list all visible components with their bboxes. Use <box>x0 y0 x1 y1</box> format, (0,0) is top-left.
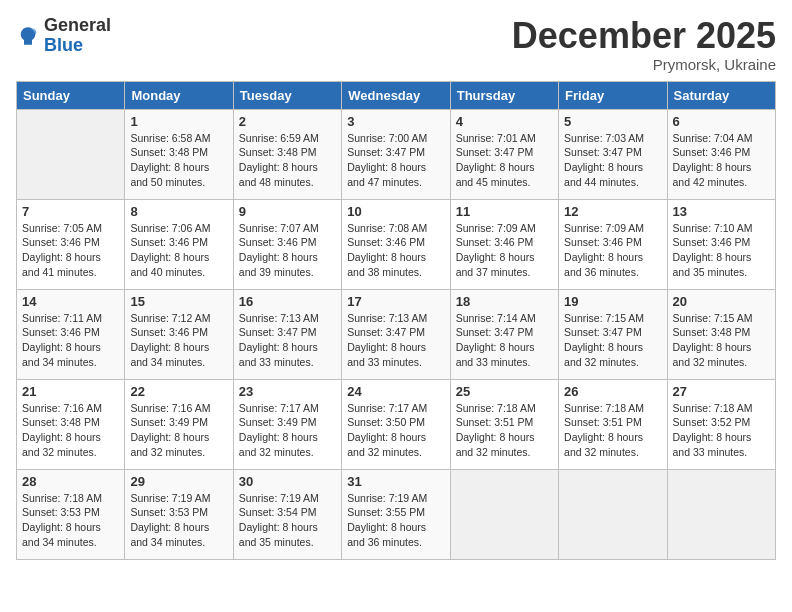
calendar-cell: 9Sunrise: 7:07 AM Sunset: 3:46 PM Daylig… <box>233 199 341 289</box>
day-number: 7 <box>22 204 119 219</box>
day-info: Sunrise: 7:01 AM Sunset: 3:47 PM Dayligh… <box>456 131 553 190</box>
calendar-cell: 16Sunrise: 7:13 AM Sunset: 3:47 PM Dayli… <box>233 289 341 379</box>
day-info: Sunrise: 7:11 AM Sunset: 3:46 PM Dayligh… <box>22 311 119 370</box>
weekday-header-tuesday: Tuesday <box>233 81 341 109</box>
calendar-cell: 5Sunrise: 7:03 AM Sunset: 3:47 PM Daylig… <box>559 109 667 199</box>
day-number: 19 <box>564 294 661 309</box>
day-info: Sunrise: 7:18 AM Sunset: 3:52 PM Dayligh… <box>673 401 770 460</box>
calendar-cell <box>17 109 125 199</box>
weekday-header-monday: Monday <box>125 81 233 109</box>
calendar-week-3: 14Sunrise: 7:11 AM Sunset: 3:46 PM Dayli… <box>17 289 776 379</box>
calendar-cell: 12Sunrise: 7:09 AM Sunset: 3:46 PM Dayli… <box>559 199 667 289</box>
day-number: 4 <box>456 114 553 129</box>
calendar-cell: 4Sunrise: 7:01 AM Sunset: 3:47 PM Daylig… <box>450 109 558 199</box>
calendar-cell: 17Sunrise: 7:13 AM Sunset: 3:47 PM Dayli… <box>342 289 450 379</box>
day-info: Sunrise: 7:09 AM Sunset: 3:46 PM Dayligh… <box>564 221 661 280</box>
calendar-cell <box>559 469 667 559</box>
calendar-cell: 24Sunrise: 7:17 AM Sunset: 3:50 PM Dayli… <box>342 379 450 469</box>
weekday-header-row: SundayMondayTuesdayWednesdayThursdayFrid… <box>17 81 776 109</box>
calendar-cell: 13Sunrise: 7:10 AM Sunset: 3:46 PM Dayli… <box>667 199 775 289</box>
day-number: 17 <box>347 294 444 309</box>
weekday-header-sunday: Sunday <box>17 81 125 109</box>
day-number: 10 <box>347 204 444 219</box>
day-info: Sunrise: 7:06 AM Sunset: 3:46 PM Dayligh… <box>130 221 227 280</box>
day-number: 31 <box>347 474 444 489</box>
calendar-cell: 19Sunrise: 7:15 AM Sunset: 3:47 PM Dayli… <box>559 289 667 379</box>
calendar-cell: 26Sunrise: 7:18 AM Sunset: 3:51 PM Dayli… <box>559 379 667 469</box>
location-subtitle: Prymorsk, Ukraine <box>512 56 776 73</box>
day-info: Sunrise: 7:13 AM Sunset: 3:47 PM Dayligh… <box>347 311 444 370</box>
weekday-header-thursday: Thursday <box>450 81 558 109</box>
weekday-header-wednesday: Wednesday <box>342 81 450 109</box>
day-number: 3 <box>347 114 444 129</box>
day-number: 6 <box>673 114 770 129</box>
day-number: 5 <box>564 114 661 129</box>
day-number: 26 <box>564 384 661 399</box>
day-info: Sunrise: 7:18 AM Sunset: 3:51 PM Dayligh… <box>456 401 553 460</box>
day-info: Sunrise: 7:00 AM Sunset: 3:47 PM Dayligh… <box>347 131 444 190</box>
day-info: Sunrise: 7:19 AM Sunset: 3:53 PM Dayligh… <box>130 491 227 550</box>
title-block: December 2025 Prymorsk, Ukraine <box>512 16 776 73</box>
day-number: 21 <box>22 384 119 399</box>
day-info: Sunrise: 7:07 AM Sunset: 3:46 PM Dayligh… <box>239 221 336 280</box>
calendar-cell: 10Sunrise: 7:08 AM Sunset: 3:46 PM Dayli… <box>342 199 450 289</box>
day-info: Sunrise: 7:05 AM Sunset: 3:46 PM Dayligh… <box>22 221 119 280</box>
day-number: 23 <box>239 384 336 399</box>
day-number: 14 <box>22 294 119 309</box>
calendar-cell: 30Sunrise: 7:19 AM Sunset: 3:54 PM Dayli… <box>233 469 341 559</box>
weekday-header-friday: Friday <box>559 81 667 109</box>
calendar-cell <box>450 469 558 559</box>
day-number: 12 <box>564 204 661 219</box>
calendar-table: SundayMondayTuesdayWednesdayThursdayFrid… <box>16 81 776 560</box>
calendar-cell: 18Sunrise: 7:14 AM Sunset: 3:47 PM Dayli… <box>450 289 558 379</box>
day-info: Sunrise: 7:18 AM Sunset: 3:51 PM Dayligh… <box>564 401 661 460</box>
day-info: Sunrise: 7:09 AM Sunset: 3:46 PM Dayligh… <box>456 221 553 280</box>
day-info: Sunrise: 7:15 AM Sunset: 3:47 PM Dayligh… <box>564 311 661 370</box>
day-info: Sunrise: 6:59 AM Sunset: 3:48 PM Dayligh… <box>239 131 336 190</box>
day-number: 2 <box>239 114 336 129</box>
day-number: 16 <box>239 294 336 309</box>
calendar-week-1: 1Sunrise: 6:58 AM Sunset: 3:48 PM Daylig… <box>17 109 776 199</box>
day-info: Sunrise: 7:13 AM Sunset: 3:47 PM Dayligh… <box>239 311 336 370</box>
day-info: Sunrise: 7:16 AM Sunset: 3:49 PM Dayligh… <box>130 401 227 460</box>
calendar-cell: 23Sunrise: 7:17 AM Sunset: 3:49 PM Dayli… <box>233 379 341 469</box>
calendar-week-4: 21Sunrise: 7:16 AM Sunset: 3:48 PM Dayli… <box>17 379 776 469</box>
day-info: Sunrise: 7:19 AM Sunset: 3:54 PM Dayligh… <box>239 491 336 550</box>
calendar-cell: 7Sunrise: 7:05 AM Sunset: 3:46 PM Daylig… <box>17 199 125 289</box>
day-number: 28 <box>22 474 119 489</box>
calendar-cell: 29Sunrise: 7:19 AM Sunset: 3:53 PM Dayli… <box>125 469 233 559</box>
day-info: Sunrise: 6:58 AM Sunset: 3:48 PM Dayligh… <box>130 131 227 190</box>
day-number: 8 <box>130 204 227 219</box>
calendar-cell: 27Sunrise: 7:18 AM Sunset: 3:52 PM Dayli… <box>667 379 775 469</box>
logo-general-text: General <box>44 15 111 35</box>
day-info: Sunrise: 7:18 AM Sunset: 3:53 PM Dayligh… <box>22 491 119 550</box>
day-info: Sunrise: 7:17 AM Sunset: 3:49 PM Dayligh… <box>239 401 336 460</box>
day-number: 27 <box>673 384 770 399</box>
calendar-cell: 11Sunrise: 7:09 AM Sunset: 3:46 PM Dayli… <box>450 199 558 289</box>
calendar-cell: 1Sunrise: 6:58 AM Sunset: 3:48 PM Daylig… <box>125 109 233 199</box>
calendar-week-2: 7Sunrise: 7:05 AM Sunset: 3:46 PM Daylig… <box>17 199 776 289</box>
day-number: 22 <box>130 384 227 399</box>
calendar-cell: 25Sunrise: 7:18 AM Sunset: 3:51 PM Dayli… <box>450 379 558 469</box>
calendar-cell: 28Sunrise: 7:18 AM Sunset: 3:53 PM Dayli… <box>17 469 125 559</box>
calendar-cell: 8Sunrise: 7:06 AM Sunset: 3:46 PM Daylig… <box>125 199 233 289</box>
day-info: Sunrise: 7:10 AM Sunset: 3:46 PM Dayligh… <box>673 221 770 280</box>
month-title: December 2025 <box>512 16 776 56</box>
day-info: Sunrise: 7:17 AM Sunset: 3:50 PM Dayligh… <box>347 401 444 460</box>
day-number: 9 <box>239 204 336 219</box>
calendar-cell: 2Sunrise: 6:59 AM Sunset: 3:48 PM Daylig… <box>233 109 341 199</box>
calendar-cell: 14Sunrise: 7:11 AM Sunset: 3:46 PM Dayli… <box>17 289 125 379</box>
calendar-cell <box>667 469 775 559</box>
calendar-cell: 31Sunrise: 7:19 AM Sunset: 3:55 PM Dayli… <box>342 469 450 559</box>
day-info: Sunrise: 7:16 AM Sunset: 3:48 PM Dayligh… <box>22 401 119 460</box>
day-info: Sunrise: 7:08 AM Sunset: 3:46 PM Dayligh… <box>347 221 444 280</box>
calendar-cell: 6Sunrise: 7:04 AM Sunset: 3:46 PM Daylig… <box>667 109 775 199</box>
day-number: 29 <box>130 474 227 489</box>
day-number: 1 <box>130 114 227 129</box>
day-info: Sunrise: 7:15 AM Sunset: 3:48 PM Dayligh… <box>673 311 770 370</box>
calendar-cell: 22Sunrise: 7:16 AM Sunset: 3:49 PM Dayli… <box>125 379 233 469</box>
day-info: Sunrise: 7:14 AM Sunset: 3:47 PM Dayligh… <box>456 311 553 370</box>
calendar-cell: 15Sunrise: 7:12 AM Sunset: 3:46 PM Dayli… <box>125 289 233 379</box>
day-number: 25 <box>456 384 553 399</box>
logo-icon <box>16 24 40 48</box>
